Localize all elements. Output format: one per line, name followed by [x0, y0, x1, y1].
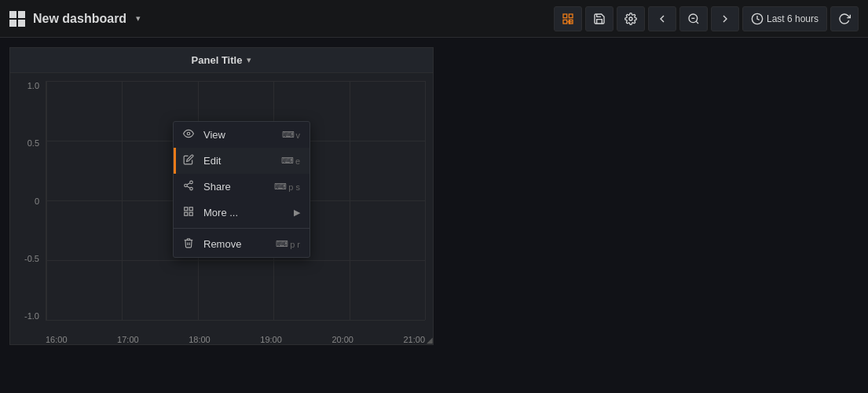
- grid-h-4: [46, 320, 425, 321]
- logo-icon[interactable]: [9, 11, 25, 27]
- refresh-icon: [838, 13, 851, 25]
- grid-v-1: [122, 81, 123, 320]
- svg-point-6: [629, 17, 632, 20]
- svg-point-14: [190, 187, 193, 190]
- y-label-4: -0.5: [24, 254, 39, 263]
- forward-icon: [719, 13, 731, 25]
- y-label-5: -1.0: [24, 311, 39, 321]
- save-icon: [593, 13, 606, 25]
- menu-item-view[interactable]: View ⌨ v: [174, 122, 309, 148]
- dashboard-title: New dashboard: [33, 12, 126, 26]
- menu-item-edit[interactable]: Edit ⌨ e: [174, 148, 309, 174]
- settings-icon: [624, 13, 637, 25]
- main-content: Panel Title ▾ 1.0 0.5 0 -0.5 -1.0: [0, 38, 868, 393]
- keyboard-icon-share: ⌨: [274, 182, 287, 192]
- x-label-4: 20:00: [331, 335, 353, 344]
- share-icon: [183, 180, 199, 193]
- menu-item-remove[interactable]: Remove ⌨ p r: [174, 231, 309, 257]
- trash-icon: [183, 237, 199, 251]
- y-label-1: 1.0: [27, 81, 39, 90]
- panel-header[interactable]: Panel Title ▾: [10, 48, 433, 73]
- svg-point-12: [190, 181, 193, 184]
- svg-rect-20: [189, 212, 192, 215]
- keyboard-icon-edit: ⌨: [281, 156, 294, 166]
- resize-handle[interactable]: ◢: [425, 336, 433, 344]
- grid-v-0: [46, 81, 47, 320]
- save-button[interactable]: [585, 6, 613, 31]
- menu-divider: [174, 228, 309, 229]
- zoom-button[interactable]: [679, 6, 708, 31]
- x-label-1: 17:00: [117, 335, 139, 344]
- refresh-button[interactable]: [830, 6, 859, 31]
- svg-line-16: [187, 183, 190, 185]
- back-icon: [656, 13, 668, 25]
- svg-line-15: [187, 186, 190, 188]
- topbar: New dashboard ▾: [0, 0, 868, 38]
- y-label-2: 0.5: [27, 138, 39, 148]
- x-label-5: 21:00: [403, 335, 425, 344]
- menu-item-remove-label: Remove: [203, 238, 276, 250]
- clock-icon: [751, 13, 764, 25]
- menu-item-edit-shortcut: ⌨ e: [281, 156, 300, 166]
- back-button[interactable]: [648, 6, 676, 31]
- context-menu: View ⌨ v Edit ⌨ e: [173, 121, 310, 258]
- grid-v-4: [350, 81, 350, 320]
- menu-item-view-label: View: [203, 129, 282, 141]
- x-label-3: 19:00: [260, 335, 282, 344]
- svg-point-11: [187, 132, 190, 135]
- menu-item-more[interactable]: More ... ▶: [174, 200, 309, 226]
- keyboard-icon-remove: ⌨: [276, 239, 288, 249]
- svg-rect-17: [185, 208, 188, 211]
- grid-v-5: [425, 81, 426, 320]
- menu-item-share[interactable]: Share ⌨ p s: [174, 174, 309, 200]
- svg-rect-19: [185, 212, 188, 215]
- submenu-arrow-icon: ▶: [294, 208, 300, 218]
- forward-button[interactable]: [711, 6, 739, 31]
- time-range-button[interactable]: Last 6 hours: [742, 6, 827, 31]
- settings-button[interactable]: [617, 6, 645, 31]
- svg-point-13: [185, 184, 188, 187]
- svg-rect-18: [189, 208, 192, 211]
- svg-line-8: [696, 21, 698, 24]
- x-axis: 16:00 17:00 18:00 19:00 20:00 21:00: [46, 325, 425, 344]
- svg-rect-1: [569, 14, 573, 18]
- x-label-2: 18:00: [189, 335, 211, 344]
- menu-item-edit-label: Edit: [203, 155, 281, 167]
- grid-h-3: [46, 260, 425, 261]
- keyboard-icon: ⌨: [282, 130, 295, 140]
- svg-rect-2: [563, 20, 567, 24]
- menu-item-view-shortcut: ⌨ v: [282, 130, 301, 140]
- x-label-0: 16:00: [46, 335, 68, 344]
- topbar-left: New dashboard ▾: [9, 11, 141, 27]
- menu-item-more-label: More ...: [203, 207, 294, 219]
- panel-title: Panel Title: [192, 54, 243, 66]
- time-range-label: Last 6 hours: [767, 13, 819, 24]
- svg-rect-0: [563, 14, 567, 18]
- y-label-3: 0: [35, 196, 39, 206]
- add-panel-icon: [562, 13, 574, 25]
- more-icon: [183, 206, 199, 219]
- edit-icon: [183, 154, 199, 167]
- menu-item-share-label: Share: [203, 181, 274, 193]
- grid-h-0: [46, 81, 425, 82]
- menu-item-remove-shortcut: ⌨ p r: [276, 239, 300, 249]
- dashboard-dropdown-icon[interactable]: ▾: [136, 13, 141, 24]
- zoom-icon: [687, 13, 700, 25]
- panel-title-dropdown-icon: ▾: [247, 55, 251, 65]
- menu-item-share-shortcut: ⌨ p s: [274, 182, 300, 192]
- topbar-right: Last 6 hours: [554, 6, 859, 31]
- add-panel-button[interactable]: [554, 6, 582, 31]
- eye-icon: [183, 128, 199, 141]
- y-axis: 1.0 0.5 0 -0.5 -1.0: [10, 81, 46, 321]
